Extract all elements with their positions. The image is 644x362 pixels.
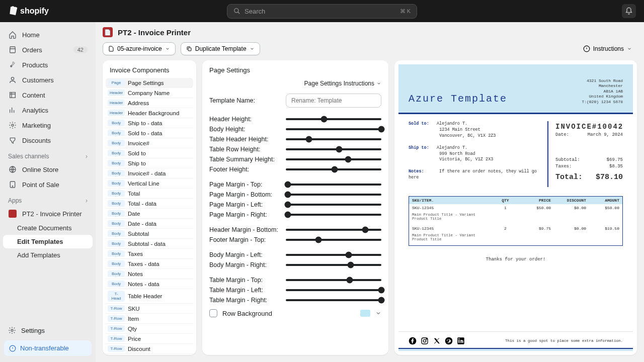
toolbar: 05-azure-invoice Duplicate Template Inst… — [96, 40, 644, 60]
shopify-logo[interactable]: shopify — [8, 6, 49, 17]
sales-channels-header[interactable]: Sales channels› — [3, 148, 93, 162]
sidebar-sub-0[interactable]: Create Documents — [3, 221, 93, 235]
sidebar: HomeOrders42ProductsCustomersContentAnal… — [0, 22, 96, 362]
search-input[interactable]: Search ⌘ K — [227, 4, 417, 19]
invoice-preview: Azure Template 4321 South RoadManchester… — [398, 64, 633, 351]
component-row[interactable]: HeaderAddress — [106, 98, 193, 108]
settings-link[interactable]: Settings — [3, 323, 93, 337]
row-background-label: Row Background — [222, 310, 272, 317]
components-panel: Invoice Components PagePage SettingsHead… — [103, 60, 196, 355]
sidebar-item-content[interactable]: Content — [3, 87, 93, 103]
component-row[interactable]: PagePage Settings — [106, 78, 193, 88]
slider[interactable] — [286, 264, 381, 266]
svg-point-18 — [458, 338, 459, 339]
sidebar-item-orders[interactable]: Orders42 — [3, 42, 93, 57]
component-row[interactable]: BodyNotes — [106, 269, 193, 279]
component-row[interactable]: BodySubtotal - data — [106, 239, 193, 249]
sidebar-item-marketing[interactable]: Marketing — [3, 118, 93, 133]
component-row[interactable]: T-HeadTable Header — [106, 289, 193, 304]
sidebar-item-discounts[interactable]: Discounts — [3, 133, 93, 148]
component-row[interactable]: BodyInvoice# - data — [106, 168, 193, 178]
instructions-button[interactable]: Instructions — [578, 43, 637, 55]
slider[interactable] — [286, 279, 381, 281]
component-row[interactable]: T-RowPrice — [106, 334, 193, 344]
sidebar-item-analytics[interactable]: Analytics — [3, 103, 93, 118]
svg-point-1 — [11, 65, 12, 67]
slider[interactable] — [286, 118, 381, 120]
invoice-thanks: Thanks for your order! — [398, 248, 633, 271]
component-row[interactable]: T-RowQty — [106, 324, 193, 334]
sidebar-channel-1[interactable]: Point of Sale — [3, 177, 93, 192]
invoice-company-address: 4321 South RoadManchesterAB1A 1ABUnited … — [582, 78, 623, 105]
slider[interactable] — [286, 158, 381, 160]
component-row[interactable]: T-RowAmount — [106, 354, 193, 355]
svg-point-15 — [445, 337, 453, 345]
component-row[interactable]: BodyShip to - data — [106, 118, 193, 128]
svg-point-2 — [11, 77, 14, 80]
slider[interactable] — [286, 194, 381, 196]
chevron-down-icon — [376, 81, 381, 86]
component-row[interactable]: HeaderCompany Name — [106, 88, 193, 98]
app-icon: 📄 — [103, 27, 113, 37]
component-row[interactable]: BodyNotes - data — [106, 279, 193, 289]
apps-header[interactable]: Apps› — [3, 192, 93, 206]
row-background-color[interactable] — [360, 310, 370, 317]
pinterest-icon — [445, 337, 453, 345]
component-row[interactable]: BodyTaxes — [106, 249, 193, 259]
template-name-input[interactable] — [286, 94, 381, 108]
notifications-button[interactable] — [622, 4, 636, 18]
slider[interactable] — [286, 128, 381, 130]
component-row[interactable]: BodyDate — [106, 209, 193, 219]
duplicate-template-button[interactable]: Duplicate Template — [181, 42, 260, 55]
invoice-footer: This is a good spot to place some extra … — [398, 331, 633, 348]
slider[interactable] — [286, 214, 381, 216]
chevron-down-icon[interactable] — [375, 310, 381, 316]
svg-point-3 — [12, 124, 14, 126]
svg-rect-9 — [188, 48, 191, 51]
row-background-checkbox[interactable] — [209, 309, 217, 317]
sidebar-app-pt2[interactable]: PT2 - Invoice Printer — [3, 206, 93, 221]
component-row[interactable]: HeaderHeader Background — [106, 108, 193, 118]
component-row[interactable]: BodyTaxes - data — [106, 259, 193, 269]
template-name-label: Template Name: — [209, 97, 280, 104]
component-row[interactable]: BodySold to — [106, 148, 193, 158]
sidebar-item-home[interactable]: Home — [3, 27, 93, 42]
linkedin-icon — [457, 337, 465, 345]
sidebar-item-products[interactable]: Products — [3, 57, 93, 72]
component-row[interactable]: BodyDate - data — [106, 219, 193, 229]
invoice-template-title: Azure Template — [409, 93, 507, 105]
nontransferable-badge[interactable]: Non-transferable — [4, 340, 92, 356]
slider[interactable] — [286, 184, 381, 186]
component-row[interactable]: BodyInvoice# — [106, 138, 193, 148]
slider[interactable] — [286, 254, 381, 256]
slider[interactable] — [286, 204, 381, 206]
component-row[interactable]: BodyShip to — [106, 158, 193, 168]
component-row[interactable]: T-RowItem — [106, 314, 193, 324]
page-settings-instructions-link[interactable]: Page Settings Instructions — [304, 80, 381, 87]
component-row[interactable]: BodySold to - data — [106, 128, 193, 138]
main-header: 📄 PT2 - Invoice Printer — [96, 22, 644, 40]
slider[interactable] — [286, 299, 381, 301]
slider[interactable] — [286, 289, 381, 291]
component-row[interactable]: T-RowDiscount — [106, 344, 193, 354]
svg-point-0 — [234, 9, 238, 13]
slider[interactable] — [286, 168, 381, 170]
svg-point-13 — [423, 339, 426, 342]
component-row[interactable]: BodyVertical Line — [106, 178, 193, 189]
component-row[interactable]: BodyTotal — [106, 189, 193, 199]
slider[interactable] — [286, 138, 381, 140]
component-row[interactable]: T-RowSKU — [106, 304, 193, 314]
slider[interactable] — [286, 148, 381, 150]
slider[interactable] — [286, 239, 381, 241]
template-select[interactable]: 05-azure-invoice — [103, 42, 176, 55]
component-row[interactable]: BodySubtotal — [106, 229, 193, 239]
sidebar-channel-0[interactable]: Online Store — [3, 162, 93, 177]
x-icon — [433, 337, 441, 345]
sidebar-sub-1[interactable]: Edit Templates — [3, 235, 93, 248]
slider[interactable] — [286, 229, 381, 231]
svg-point-6 — [12, 186, 13, 187]
sidebar-item-customers[interactable]: Customers — [3, 72, 93, 87]
sidebar-sub-2[interactable]: Add Templates — [3, 248, 93, 262]
chevron-down-icon — [627, 46, 632, 51]
component-row[interactable]: BodyTotal - data — [106, 199, 193, 209]
